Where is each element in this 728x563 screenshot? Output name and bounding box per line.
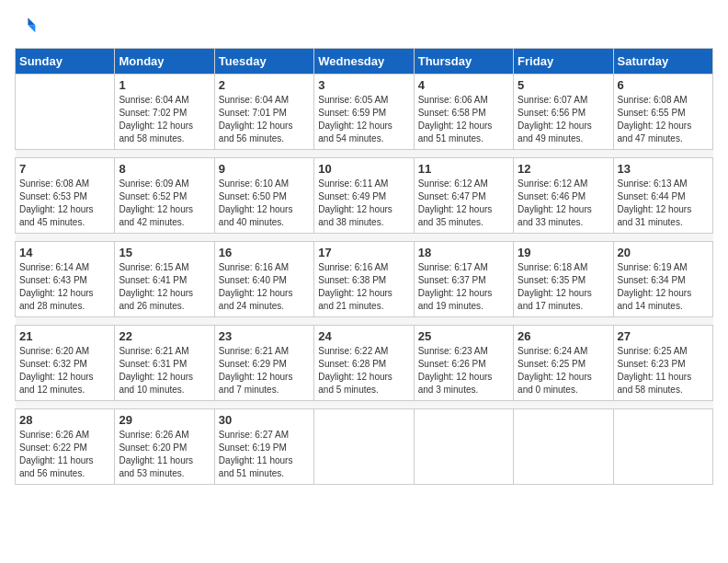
week-separator (16, 234, 713, 242)
day-number: 2 (219, 78, 310, 92)
calendar-day-cell: 12Sunrise: 6:12 AM Sunset: 6:46 PM Dayli… (514, 158, 613, 234)
day-number: 21 (19, 329, 110, 343)
logo (15, 15, 40, 37)
day-info: Sunrise: 6:07 AM Sunset: 6:56 PM Dayligh… (518, 94, 609, 145)
day-number: 6 (618, 78, 709, 92)
day-number: 8 (119, 162, 210, 176)
calendar-day-cell (613, 409, 712, 485)
day-info: Sunrise: 6:20 AM Sunset: 6:32 PM Dayligh… (19, 345, 110, 396)
day-number: 3 (318, 78, 409, 92)
calendar-day-cell: 25Sunrise: 6:23 AM Sunset: 6:26 PM Dayli… (414, 326, 513, 401)
day-info: Sunrise: 6:13 AM Sunset: 6:44 PM Dayligh… (618, 178, 709, 229)
calendar-day-cell: 20Sunrise: 6:19 AM Sunset: 6:34 PM Dayli… (613, 242, 712, 317)
calendar-day-cell: 30Sunrise: 6:27 AM Sunset: 6:19 PM Dayli… (214, 409, 313, 485)
calendar-table: SundayMondayTuesdayWednesdayThursdayFrid… (15, 48, 713, 485)
day-info: Sunrise: 6:18 AM Sunset: 6:35 PM Dayligh… (518, 261, 609, 313)
calendar-day-cell: 21Sunrise: 6:20 AM Sunset: 6:32 PM Dayli… (16, 326, 115, 401)
calendar-day-cell: 6Sunrise: 6:08 AM Sunset: 6:55 PM Daylig… (613, 75, 712, 150)
calendar-day-cell: 5Sunrise: 6:07 AM Sunset: 6:56 PM Daylig… (514, 75, 613, 150)
day-number: 17 (318, 246, 409, 259)
day-info: Sunrise: 6:08 AM Sunset: 6:55 PM Dayligh… (618, 94, 709, 145)
day-info: Sunrise: 6:10 AM Sunset: 6:50 PM Dayligh… (219, 178, 310, 229)
day-info: Sunrise: 6:21 AM Sunset: 6:31 PM Dayligh… (119, 345, 210, 396)
day-number: 29 (119, 413, 210, 427)
day-number: 16 (219, 246, 310, 259)
day-info: Sunrise: 6:05 AM Sunset: 6:59 PM Dayligh… (318, 94, 409, 145)
calendar-week-row: 14Sunrise: 6:14 AM Sunset: 6:43 PM Dayli… (16, 242, 713, 317)
calendar-day-cell: 15Sunrise: 6:15 AM Sunset: 6:41 PM Dayli… (115, 242, 214, 317)
day-number: 27 (618, 329, 709, 343)
day-info: Sunrise: 6:04 AM Sunset: 7:01 PM Dayligh… (219, 94, 310, 145)
day-number: 19 (518, 246, 609, 259)
calendar-week-row: 21Sunrise: 6:20 AM Sunset: 6:32 PM Dayli… (16, 326, 713, 401)
day-info: Sunrise: 6:24 AM Sunset: 6:25 PM Dayligh… (518, 345, 609, 396)
day-number: 26 (518, 329, 609, 343)
day-number: 12 (518, 162, 609, 176)
week-separator (16, 401, 713, 409)
day-info: Sunrise: 6:12 AM Sunset: 6:46 PM Dayligh… (518, 178, 609, 229)
calendar-week-row: 7Sunrise: 6:08 AM Sunset: 6:53 PM Daylig… (16, 158, 713, 234)
day-info: Sunrise: 6:16 AM Sunset: 6:40 PM Dayligh… (219, 261, 310, 313)
day-info: Sunrise: 6:27 AM Sunset: 6:19 PM Dayligh… (219, 429, 310, 480)
page-header (15, 15, 713, 37)
week-separator (16, 150, 713, 158)
calendar-day-cell (514, 409, 613, 485)
calendar-day-cell: 28Sunrise: 6:26 AM Sunset: 6:22 PM Dayli… (16, 409, 115, 485)
logo-icon (15, 15, 37, 37)
calendar-day-cell: 16Sunrise: 6:16 AM Sunset: 6:40 PM Dayli… (214, 242, 313, 317)
calendar-day-cell (16, 75, 115, 150)
calendar-day-cell: 8Sunrise: 6:09 AM Sunset: 6:52 PM Daylig… (115, 158, 214, 234)
day-of-week-header: Monday (115, 49, 214, 75)
day-number: 28 (19, 413, 110, 427)
day-of-week-header: Wednesday (314, 49, 414, 75)
calendar-day-cell: 29Sunrise: 6:26 AM Sunset: 6:20 PM Dayli… (115, 409, 214, 485)
calendar-day-cell: 9Sunrise: 6:10 AM Sunset: 6:50 PM Daylig… (214, 158, 313, 234)
svg-marker-1 (28, 25, 35, 32)
day-info: Sunrise: 6:09 AM Sunset: 6:52 PM Dayligh… (119, 178, 210, 229)
day-of-week-header: Friday (514, 49, 613, 75)
day-number: 14 (19, 246, 110, 259)
calendar-day-cell: 24Sunrise: 6:22 AM Sunset: 6:28 PM Dayli… (314, 326, 414, 401)
day-number: 30 (219, 413, 310, 427)
day-info: Sunrise: 6:14 AM Sunset: 6:43 PM Dayligh… (19, 261, 110, 313)
day-info: Sunrise: 6:11 AM Sunset: 6:49 PM Dayligh… (318, 178, 409, 229)
day-of-week-header: Thursday (414, 49, 513, 75)
day-info: Sunrise: 6:16 AM Sunset: 6:38 PM Dayligh… (318, 261, 409, 313)
calendar-day-cell: 13Sunrise: 6:13 AM Sunset: 6:44 PM Dayli… (613, 158, 712, 234)
calendar-day-cell: 4Sunrise: 6:06 AM Sunset: 6:58 PM Daylig… (414, 75, 513, 150)
calendar-week-row: 28Sunrise: 6:26 AM Sunset: 6:22 PM Dayli… (16, 409, 713, 485)
day-of-week-header: Saturday (613, 49, 712, 75)
day-info: Sunrise: 6:26 AM Sunset: 6:22 PM Dayligh… (19, 429, 110, 480)
calendar-day-cell: 10Sunrise: 6:11 AM Sunset: 6:49 PM Dayli… (314, 158, 414, 234)
day-info: Sunrise: 6:25 AM Sunset: 6:23 PM Dayligh… (618, 345, 709, 396)
day-number: 25 (418, 329, 509, 343)
day-info: Sunrise: 6:12 AM Sunset: 6:47 PM Dayligh… (418, 178, 509, 229)
calendar-day-cell: 27Sunrise: 6:25 AM Sunset: 6:23 PM Dayli… (613, 326, 712, 401)
day-of-week-header: Sunday (16, 49, 115, 75)
calendar-day-cell: 11Sunrise: 6:12 AM Sunset: 6:47 PM Dayli… (414, 158, 513, 234)
day-number: 24 (318, 329, 409, 343)
calendar-day-cell: 23Sunrise: 6:21 AM Sunset: 6:29 PM Dayli… (214, 326, 313, 401)
day-number: 22 (119, 329, 210, 343)
calendar-day-cell: 22Sunrise: 6:21 AM Sunset: 6:31 PM Dayli… (115, 326, 214, 401)
day-info: Sunrise: 6:06 AM Sunset: 6:58 PM Dayligh… (418, 94, 509, 145)
day-number: 23 (219, 329, 310, 343)
day-number: 5 (518, 78, 609, 92)
calendar-header-row: SundayMondayTuesdayWednesdayThursdayFrid… (16, 49, 713, 75)
day-info: Sunrise: 6:22 AM Sunset: 6:28 PM Dayligh… (318, 345, 409, 396)
day-info: Sunrise: 6:08 AM Sunset: 6:53 PM Dayligh… (19, 178, 110, 229)
calendar-day-cell: 17Sunrise: 6:16 AM Sunset: 6:38 PM Dayli… (314, 242, 414, 317)
calendar-day-cell: 14Sunrise: 6:14 AM Sunset: 6:43 PM Dayli… (16, 242, 115, 317)
day-info: Sunrise: 6:26 AM Sunset: 6:20 PM Dayligh… (119, 429, 210, 480)
calendar-day-cell: 2Sunrise: 6:04 AM Sunset: 7:01 PM Daylig… (214, 75, 313, 150)
calendar-day-cell: 19Sunrise: 6:18 AM Sunset: 6:35 PM Dayli… (514, 242, 613, 317)
day-number: 7 (19, 162, 110, 176)
day-info: Sunrise: 6:04 AM Sunset: 7:02 PM Dayligh… (119, 94, 210, 145)
calendar-week-row: 1Sunrise: 6:04 AM Sunset: 7:02 PM Daylig… (16, 75, 713, 150)
svg-marker-0 (28, 17, 35, 25)
calendar-day-cell: 18Sunrise: 6:17 AM Sunset: 6:37 PM Dayli… (414, 242, 513, 317)
day-number: 1 (119, 78, 210, 92)
day-number: 10 (318, 162, 409, 176)
day-number: 18 (418, 246, 509, 259)
day-info: Sunrise: 6:21 AM Sunset: 6:29 PM Dayligh… (219, 345, 310, 396)
